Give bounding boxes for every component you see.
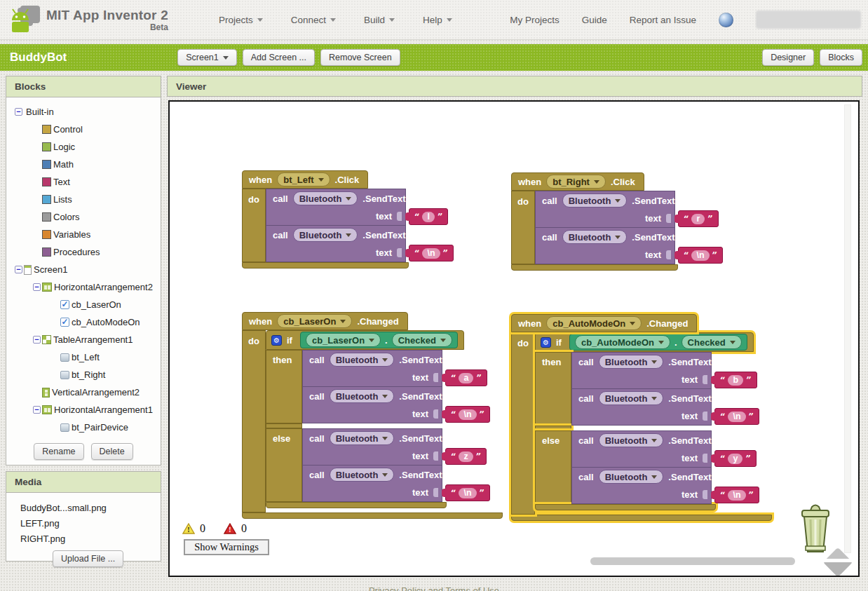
text-string-block[interactable]: “\n”	[445, 484, 490, 501]
screen-selector-button[interactable]: Screen1	[177, 49, 237, 66]
text-string-block[interactable]: “a”	[445, 369, 487, 386]
component-dropdown[interactable]: cb_AutoModeOn	[575, 335, 670, 349]
component-dropdown[interactable]: bt_Right	[546, 175, 606, 189]
string-value[interactable]: \n	[728, 490, 745, 501]
call-sendtext-block[interactable]: callBluetooth.SendTexttext“\n”	[535, 228, 675, 264]
add-screen-button[interactable]: Add Screen ...	[243, 49, 315, 66]
component-dropdown[interactable]: Bluetooth	[599, 470, 664, 484]
tree-toggle[interactable]: −	[32, 283, 42, 291]
string-value[interactable]: r	[691, 214, 705, 224]
component-dropdown[interactable]: bt_Left	[277, 172, 330, 186]
tree-toggle[interactable]: −	[32, 406, 42, 414]
call-sendtext-block[interactable]: callBluetooth.SendTexttext“\n”	[302, 466, 442, 502]
string-value[interactable]: y	[728, 454, 742, 464]
vertical-scrollbar-track[interactable]	[844, 104, 851, 553]
call-sendtext-block[interactable]: callBluetooth.SendTexttext“\n”	[571, 389, 712, 426]
trash-can-icon[interactable]	[794, 503, 837, 555]
string-value[interactable]: \n	[728, 412, 745, 422]
component-dropdown[interactable]: Bluetooth	[330, 468, 395, 482]
media-file[interactable]: LEFT.png	[20, 515, 161, 531]
call-sendtext-block[interactable]: callBluetooth.SendTexttext“y”	[571, 430, 712, 468]
mutator-gear-icon[interactable]: ⚙	[541, 337, 551, 348]
property-dropdown[interactable]: Checked	[681, 335, 742, 349]
checked-getter-block[interactable]: cb_AutoModeOn.Checked	[569, 334, 747, 351]
menu-help[interactable]: Help	[423, 15, 452, 25]
call-sendtext-block[interactable]: callBluetooth.SendTexttext“\n”	[302, 387, 442, 423]
horizontal-scrollbar-thumb[interactable]	[590, 557, 795, 565]
tree-item-cb_AutoModeOn[interactable]: ✓cb_AutoModeOn	[6, 313, 161, 331]
checked-getter-block[interactable]: cb_LaserOn.Checked	[300, 332, 458, 348]
call-sendtext-block[interactable]: callBluetooth.SendTexttext“z”	[302, 428, 442, 466]
tree-toggle[interactable]: −	[32, 336, 42, 344]
event-block-bt_Right-click[interactable]: whenbt_Right.ClickdocallBluetooth.SendTe…	[511, 172, 678, 271]
call-sendtext-block[interactable]: callBluetooth.SendTexttext“r”	[535, 191, 675, 228]
component-dropdown[interactable]: Bluetooth	[599, 355, 664, 369]
tree-item-Control[interactable]: Control	[6, 121, 161, 138]
blocks-button[interactable]: Blocks	[820, 49, 862, 66]
component-dropdown[interactable]: cb_LaserOn	[277, 314, 352, 328]
tree-item-Lists[interactable]: Lists	[6, 191, 161, 208]
user-account-redacted[interactable]	[756, 11, 861, 29]
text-string-block[interactable]: “\n”	[678, 247, 723, 264]
call-sendtext-block[interactable]: callBluetooth.SendTexttext“\n”	[571, 468, 712, 504]
string-value[interactable]: \n	[422, 248, 440, 259]
tree-item-bt_Right[interactable]: bt_Right	[6, 366, 161, 383]
if-block[interactable]: ⚙ifcb_AutoModeOn.CheckedthencallBluetoot…	[535, 332, 754, 510]
event-block-bt_Left-click[interactable]: whenbt_Left.ClickdocallBluetooth.SendTex…	[242, 170, 409, 269]
show-warnings-button[interactable]: Show Warnings	[184, 539, 269, 555]
text-string-block[interactable]: “y”	[714, 450, 757, 467]
tree-item-bt_Left[interactable]: bt_Left	[6, 348, 161, 366]
tree-item-Math[interactable]: Math	[6, 156, 161, 173]
event-block-cb_LaserOn-changed[interactable]: whencb_LaserOn.Changeddo⚙ifcb_LaserOn.Ch…	[242, 312, 503, 519]
tree-item-Text[interactable]: Text	[6, 173, 161, 191]
call-sendtext-block[interactable]: callBluetooth.SendTexttext“l”	[266, 189, 406, 226]
tree-item-Variables[interactable]: Variables	[6, 226, 161, 243]
privacy-terms-link[interactable]: Privacy Policy and Terms of Use	[369, 585, 499, 591]
component-dropdown[interactable]: cb_AutoModeOn	[546, 316, 642, 330]
component-dropdown[interactable]: Bluetooth	[293, 191, 358, 205]
collapse-icon[interactable]: −	[15, 266, 22, 273]
component-dropdown[interactable]: Bluetooth	[330, 353, 395, 367]
collapse-icon[interactable]: −	[15, 108, 22, 116]
property-dropdown[interactable]: Checked	[392, 333, 452, 347]
tree-item-VerticalArrangement2[interactable]: VerticalArrangement2	[6, 383, 161, 401]
tree-item-bt_PairDevice[interactable]: bt_PairDevice	[6, 419, 161, 436]
menu-connect[interactable]: Connect	[291, 15, 336, 25]
string-value[interactable]: a	[459, 373, 473, 383]
tree-item-TableArrangement1[interactable]: −TableArrangement1	[6, 331, 161, 348]
component-dropdown[interactable]: Bluetooth	[330, 431, 395, 445]
language-globe-icon[interactable]	[719, 13, 733, 27]
tree-item-Built-in[interactable]: −Built-in	[6, 103, 161, 121]
component-dropdown[interactable]: Bluetooth	[562, 230, 628, 244]
string-value[interactable]: \n	[691, 250, 709, 261]
upload-file-button[interactable]: Upload File ...	[53, 550, 123, 567]
text-string-block[interactable]: “\n”	[714, 408, 759, 425]
text-string-block[interactable]: “r”	[678, 210, 719, 227]
text-string-block[interactable]: “l”	[409, 208, 448, 225]
rename-button[interactable]: Rename	[34, 443, 83, 460]
call-sendtext-block[interactable]: callBluetooth.SendTexttext“a”	[302, 350, 442, 387]
remove-screen-button[interactable]: Remove Screen	[320, 49, 400, 66]
tree-item-cb_LaserOn[interactable]: ✓cb_LaserOn	[6, 296, 161, 313]
string-value[interactable]: \n	[459, 488, 476, 498]
text-string-block[interactable]: “z”	[445, 448, 487, 465]
string-value[interactable]: \n	[459, 409, 476, 420]
text-string-block[interactable]: “\n”	[445, 406, 490, 423]
string-value[interactable]: z	[459, 451, 473, 462]
text-string-block[interactable]: “b”	[714, 372, 757, 388]
tree-item-Colors[interactable]: Colors	[6, 208, 161, 226]
component-dropdown[interactable]: Bluetooth	[599, 433, 664, 447]
media-file[interactable]: RIGHT.png	[20, 531, 161, 546]
media-file[interactable]: BuddyBot...small.png	[20, 500, 161, 515]
designer-button[interactable]: Designer	[762, 49, 814, 66]
tree-toggle[interactable]: −	[13, 266, 24, 273]
link-report-issue[interactable]: Report an Issue	[630, 15, 696, 25]
string-value[interactable]: b	[728, 375, 743, 386]
menu-build[interactable]: Build	[364, 15, 395, 25]
blocks-canvas[interactable]: ! 0 ! 0 Show Warnings whenbt	[170, 102, 858, 576]
tree-toggle[interactable]: −	[13, 108, 24, 116]
tree-item-Procedures[interactable]: Procedures	[6, 243, 161, 261]
link-my-projects[interactable]: My Projects	[510, 15, 560, 25]
component-dropdown[interactable]: Bluetooth	[599, 391, 664, 405]
event-block-cb_AutoModeOn-changed[interactable]: whencb_AutoModeOn.Changeddo⚙ifcb_AutoMod…	[511, 314, 772, 521]
